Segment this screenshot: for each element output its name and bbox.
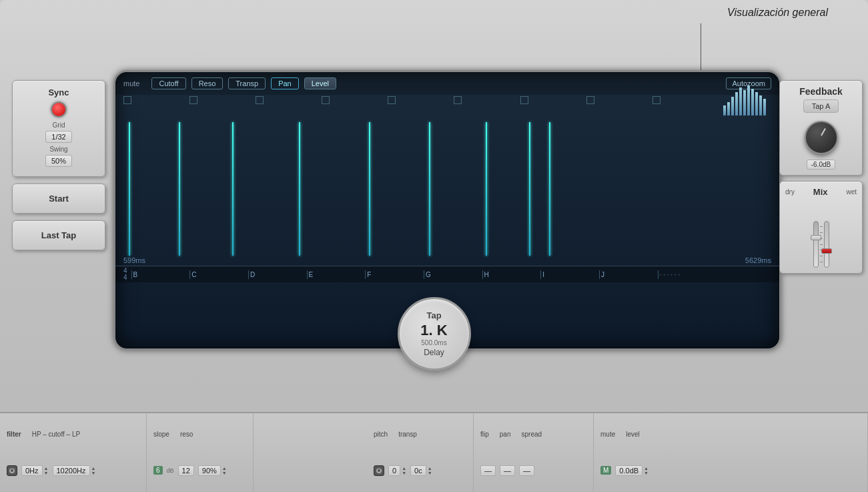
slope-db-label: dB: [167, 467, 174, 474]
slope-val[interactable]: 12: [178, 465, 194, 476]
pitch-label: pitch: [374, 431, 388, 438]
mix-wet-slider[interactable]: [824, 221, 829, 268]
level-value: 0.0dB: [615, 465, 642, 476]
slope-bottom-row: 6 dB 12 90%: [153, 464, 246, 477]
tap-bar-9[interactable]: [549, 122, 550, 256]
sync-section: Sync Grid 1/32 Swing 50%: [12, 80, 105, 177]
lp-stepper[interactable]: 10200Hz: [53, 465, 96, 476]
hp-stepper[interactable]: 0Hz: [21, 465, 49, 476]
reso-arrows[interactable]: [222, 466, 227, 475]
beat-G[interactable]: G: [424, 270, 482, 279]
pitch-bottom-row: 0 0c: [374, 464, 466, 477]
mute-marker-4[interactable]: [322, 96, 330, 104]
hp-arrows[interactable]: [44, 466, 49, 475]
mix-section: dry Mix wet: [779, 181, 863, 274]
filter-label: filter: [7, 431, 21, 438]
waveform-area[interactable]: 599ms 5629ms: [115, 105, 779, 266]
transp-stepper[interactable]: 0c: [410, 465, 432, 476]
sync-toggle[interactable]: [51, 101, 67, 117]
time-end: 5629ms: [745, 256, 771, 264]
lp-arrows[interactable]: [91, 466, 96, 475]
swing-label: Swing: [19, 146, 98, 153]
mute-marker-9[interactable]: [653, 96, 661, 104]
tab-reso[interactable]: Reso: [191, 77, 224, 89]
mute-marker-3[interactable]: [256, 96, 264, 104]
slope-label: slope: [153, 431, 169, 438]
tap-bar-4[interactable]: [299, 122, 300, 256]
mute-marker-6[interactable]: [454, 96, 462, 104]
tap-bar-6[interactable]: [429, 122, 430, 256]
sync-label: Sync: [19, 87, 98, 97]
last-tap-button[interactable]: Last Tap: [12, 220, 105, 250]
mute-marker-1[interactable]: [123, 96, 131, 104]
grid-value[interactable]: 1/32: [45, 131, 71, 143]
beat-J[interactable]: J: [599, 270, 658, 279]
pitch-stepper[interactable]: 0: [388, 465, 406, 476]
time-start: 599ms: [123, 256, 145, 264]
tap-bar-1[interactable]: [129, 122, 130, 256]
flip-value[interactable]: —: [480, 465, 496, 476]
mute-marker-2[interactable]: [189, 96, 197, 104]
mute-text: mute: [123, 79, 139, 87]
filter-power-button[interactable]: [7, 465, 17, 476]
tap-top-label: Tap: [426, 310, 441, 320]
pitch-section: pitch transp 0 0c: [367, 413, 474, 492]
transp-arrows[interactable]: [428, 466, 432, 475]
mix-label: Mix: [813, 187, 828, 197]
mix-wet-label: wet: [846, 188, 857, 196]
level-label: level: [626, 431, 640, 438]
reso-stepper[interactable]: 90%: [198, 465, 227, 476]
level-stepper[interactable]: 0.0dB: [615, 465, 648, 476]
lp-value: 10200Hz: [53, 465, 90, 476]
tab-cutoff[interactable]: Cutoff: [151, 77, 185, 89]
mix-sliders: [785, 201, 857, 268]
slope-top-row: slope reso: [153, 428, 246, 439]
tap-bar-5[interactable]: [369, 122, 370, 256]
tap-circle-button[interactable]: Tap 1. K 500.0ms Delay: [398, 297, 471, 371]
tap-bar-8[interactable]: [529, 122, 530, 256]
main-container: Visualización general Sync Grid 1/32 Swi…: [0, 0, 868, 492]
tap-bar-7[interactable]: [486, 122, 487, 256]
mute-marker-7[interactable]: [520, 96, 528, 104]
beat-B[interactable]: B: [131, 270, 190, 279]
tab-pan[interactable]: Pan: [271, 77, 299, 89]
mute-badge[interactable]: M: [600, 466, 611, 475]
grid-label: Grid: [19, 121, 98, 129]
tap-main-value: 1. K: [420, 322, 447, 339]
mix-dry-label: dry: [785, 188, 795, 196]
spread-label: spread: [521, 431, 542, 438]
spread-value[interactable]: —: [519, 465, 534, 476]
filter-top-row: filter HP – cutoff – LP: [7, 428, 139, 439]
beat-C[interactable]: C: [189, 270, 248, 279]
pitch-power-button[interactable]: [374, 465, 384, 476]
reso-label: reso: [180, 431, 193, 438]
transp-label: transp: [398, 431, 417, 438]
tap-sub-value: 500.0ms: [421, 339, 446, 346]
mix-wet-thumb[interactable]: [821, 248, 832, 254]
pitch-power-icon: [376, 468, 382, 473]
beat-E[interactable]: E: [307, 270, 366, 279]
pitch-arrows[interactable]: [402, 466, 406, 475]
feedback-knob[interactable]: [805, 121, 838, 154]
mute-marker-5[interactable]: [388, 96, 396, 104]
left-panel: Sync Grid 1/32 Swing 50% Start Last Tap: [12, 80, 105, 250]
tab-transp[interactable]: Transp: [228, 77, 266, 89]
beat-H[interactable]: H: [482, 270, 541, 279]
pan-value-bottom[interactable]: —: [500, 465, 515, 476]
beat-D[interactable]: D: [248, 270, 307, 279]
level-arrows[interactable]: [644, 466, 648, 475]
mute-marker-8[interactable]: [586, 96, 594, 104]
ml-section: mute level M 0.0dB: [594, 413, 868, 492]
beat-F[interactable]: F: [365, 270, 424, 279]
bottom-panel: filter HP – cutoff – LP 0Hz 10200Hz: [0, 412, 868, 492]
tap-a-button[interactable]: Tap A: [803, 99, 839, 113]
beat-I[interactable]: I: [540, 270, 599, 279]
tap-bar-2[interactable]: [179, 122, 180, 256]
mix-dry-slider[interactable]: [813, 221, 819, 268]
ml-top-row: mute level: [600, 428, 861, 439]
tab-level[interactable]: Level: [304, 77, 336, 89]
swing-value[interactable]: 50%: [45, 155, 72, 167]
tap-bar-3[interactable]: [232, 122, 234, 256]
annotation-text: Visualización general: [727, 7, 828, 19]
start-button[interactable]: Start: [12, 184, 105, 214]
